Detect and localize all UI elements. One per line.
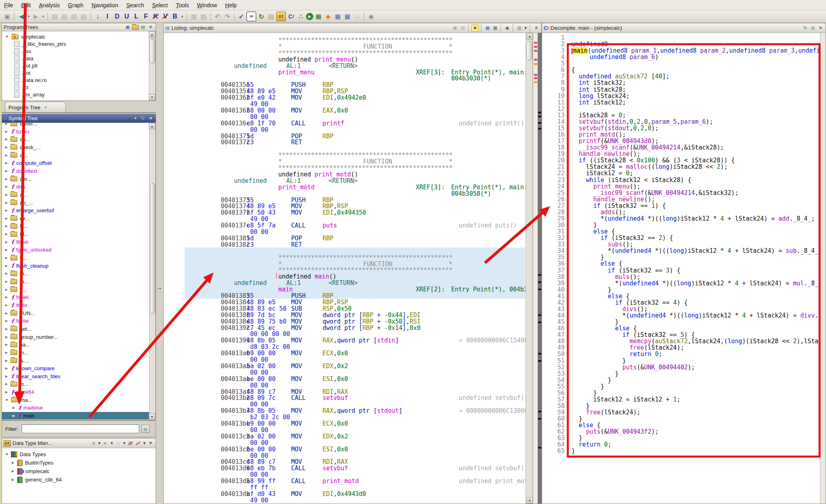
symbol-tree-item-fr[interactable]: ▶fr... bbox=[2, 286, 149, 293]
menu-item-graph[interactable]: Graph bbox=[64, 1, 88, 9]
listing-row[interactable]: 0040138748 83 ec 50SUBRSP,0x50 bbox=[164, 305, 526, 311]
symbol-tree-item-fc[interactable]: ▶fc... bbox=[2, 222, 149, 230]
archive-simplecalc[interactable]: ▶✓simplecalc bbox=[2, 467, 49, 475]
function-icon[interactable]: F bbox=[142, 12, 150, 21]
listing-row[interactable]: 49 00 bbox=[164, 215, 526, 222]
listing-row[interactable]: 00 00 bbox=[164, 113, 526, 120]
decompile-line[interactable]: 29 *(undefined4 *)((long)iStack12 * 4 + … bbox=[542, 215, 820, 222]
program-trees-open-folder-icon[interactable] bbox=[132, 24, 139, 31]
listing-row[interactable]: 0040137ce8 5f 7aCALLputsundefined puts() bbox=[164, 222, 526, 228]
archive-generic_clib_64[interactable]: ▶generic_clib_64 bbox=[2, 476, 62, 484]
listing-row[interactable]: 0040138b89 7d bcMOVdword ptr [RBP + -0x4… bbox=[164, 311, 526, 318]
decompile-line[interactable]: 11 int iStack12; bbox=[542, 99, 820, 106]
listing-row[interactable]: 004013d5e8 99 ffCALLprint_motdundefined … bbox=[164, 477, 526, 484]
listing-row[interactable]: 00401367b8 00 00MOVEAX,0x0 bbox=[164, 107, 526, 113]
listing-row[interactable]: 0040136ce8 1f 70CALLprintfundefined prin… bbox=[164, 120, 526, 126]
menu-item-navigation[interactable]: Navigation bbox=[88, 1, 122, 9]
decompile-line[interactable]: 10 long lStack24; bbox=[542, 92, 820, 99]
listing-row[interactable]: 004b3058(*) bbox=[164, 190, 526, 197]
decompile-line[interactable]: 49 free(lStack24); bbox=[542, 344, 820, 351]
data-type-tree[interactable]: ▼Data Types▶BuiltInTypes▶✓simplecalc▶gen… bbox=[2, 448, 156, 504]
menu-item-edit[interactable]: Edit bbox=[17, 1, 35, 9]
decompile-line[interactable]: 23 while (iStack12 < iStack28) { bbox=[542, 176, 820, 183]
symbol-tree-item-dcgettext[interactable]: ▶fdcgettext bbox=[2, 167, 149, 175]
dtm-close-icon[interactable]: ✕ bbox=[147, 440, 154, 447]
symbol-tree-item-computeoffset[interactable]: ▶fcompute_offset bbox=[2, 159, 149, 167]
decompile-line[interactable]: 63 } bbox=[542, 434, 820, 441]
symbol-tree-item-ftello[interactable]: ▶fftello bbox=[2, 301, 149, 309]
decompile-line[interactable]: 56 } bbox=[542, 389, 820, 396]
dtm-arrangement-caret-icon[interactable]: ▾ bbox=[122, 440, 126, 447]
decompile-line[interactable]: 51 } bbox=[542, 357, 820, 364]
menu-item-window[interactable]: Window bbox=[193, 1, 221, 9]
decompile-line[interactable]: 34 *(undefined4 *)((long)iStack12 * 4 + … bbox=[542, 247, 820, 254]
listing-row[interactable]: 49 00 bbox=[164, 497, 526, 503]
symbol-tree-item-cl[interactable]: ▶cl... bbox=[2, 152, 149, 159]
decompile-line[interactable]: 36 else { bbox=[542, 260, 820, 267]
decompile-line[interactable]: 19 handle_newline(); bbox=[542, 150, 820, 157]
decompile-line[interactable]: 41 else { bbox=[542, 293, 820, 299]
menu-item-analysis[interactable]: Analysis bbox=[35, 1, 64, 9]
decompile-line[interactable]: 40 } bbox=[542, 286, 820, 293]
listing-scrollbar[interactable]: ▲ ▼ bbox=[526, 33, 533, 504]
listing-row[interactable]: print_menuXREF[3]:Entry Point(*), main:0… bbox=[164, 69, 526, 75]
filter-options-icon[interactable]: ◎ bbox=[142, 425, 150, 433]
program-tree-section[interactable]: .got bbox=[2, 69, 31, 77]
decompile-line[interactable]: 38 muls(); bbox=[542, 273, 820, 280]
listing-row[interactable]: ****************************************… bbox=[164, 49, 526, 56]
listing-row[interactable]: 0040138448 89 e5MOVRBP,RSP bbox=[164, 299, 526, 305]
decompile-line[interactable]: 14 setvbuf(stdin,0,2,0,param_5,param_6); bbox=[542, 118, 820, 125]
listing-row[interactable]: mainXREF[2]:Entry Point(*), 004b3078(*) bbox=[164, 286, 526, 292]
tab-program-tree[interactable]: Program Tree × bbox=[5, 102, 66, 113]
listing-row[interactable]: 004013cd48 89 c7MOVRDI,RAX bbox=[164, 458, 526, 465]
dtm-panel-menu-caret-icon[interactable]: ▾ bbox=[142, 440, 146, 447]
symbol-tree-item-flushcleanup[interactable]: ▶fflush_cleanup bbox=[2, 262, 149, 270]
listing-row[interactable] bbox=[164, 145, 526, 152]
listing-row[interactable]: 00 00 bbox=[164, 369, 526, 375]
memory-out-icon[interactable]: ▤ bbox=[79, 12, 88, 21]
decompile-line[interactable]: 62 puts(&UNK_004943f2); bbox=[542, 428, 820, 435]
memory-up-icon[interactable]: ▤ bbox=[70, 12, 78, 21]
listing-row[interactable]: undefined print_menu() bbox=[164, 56, 526, 62]
listing-row[interactable]: ff ff bbox=[164, 484, 526, 490]
symbol-tree-item-der[interactable]: ▶der... bbox=[2, 175, 149, 183]
symbol-tree-item-fseek[interactable]: ▶ffseek bbox=[2, 293, 149, 301]
decompile-line[interactable]: 6{ bbox=[542, 66, 820, 73]
listing-row[interactable]: 00401362bf e0 42MOVEDI,0x4942e0 bbox=[164, 94, 526, 100]
symbol-tree-item-main[interactable]: ▶fmain bbox=[2, 412, 149, 420]
dtm-hide-builtin-icon[interactable]: ▤ bbox=[127, 440, 134, 447]
listing-row[interactable]: 004b3038(*) bbox=[164, 75, 526, 81]
symbol-tree-item-ma[interactable]: ▼ma... bbox=[2, 396, 149, 404]
decompile-line[interactable]: 55 } bbox=[542, 383, 820, 390]
listing-row[interactable]: b2 03 2c 00 bbox=[164, 414, 526, 420]
decompile-line[interactable]: 57 iStack12 = iStack12 + 1; bbox=[542, 396, 820, 403]
symbol-tree-item-linearsearchfdes[interactable]: ▶flinear_search_fdes bbox=[2, 373, 149, 380]
decompile-line[interactable]: 50 return 0; bbox=[542, 350, 820, 357]
symbol-tree-item-fgetsunlocked[interactable]: ▶ffgets_unlocked bbox=[2, 246, 149, 254]
decompile-line[interactable]: 46 else { bbox=[542, 325, 820, 332]
symbol-tree-icon[interactable]: ∴ bbox=[296, 12, 305, 21]
export-refresh-icon[interactable]: ↻ bbox=[257, 12, 266, 21]
decompile-line[interactable]: 13 iStack28 = 0; bbox=[542, 112, 820, 119]
listing-row[interactable]: 004013a0b9 00 00MOVECX,0x0 bbox=[164, 350, 526, 356]
symbol-tree-item-ex[interactable]: ▶ex... bbox=[2, 215, 149, 222]
decompile-line[interactable]: 37 if (iStack32 == 3) { bbox=[542, 267, 820, 274]
bookmark-icon[interactable]: B bbox=[171, 12, 179, 21]
tab-close-icon[interactable]: × bbox=[44, 105, 47, 110]
program-tree-section[interactable]: .data bbox=[2, 55, 33, 62]
decompile-line[interactable]: 20 if ((iStack28 < 0x100) && (3 < iStack… bbox=[542, 157, 820, 164]
listing-paste-icon[interactable]: ▤ bbox=[459, 25, 466, 31]
decompile-line[interactable]: 28 adds(); bbox=[542, 209, 820, 215]
listing-row[interactable]: 00 00 bbox=[164, 439, 526, 446]
symbol-tree-item-fflush[interactable]: ▶ffflush bbox=[2, 238, 149, 246]
data-types-icon[interactable]: DT bbox=[276, 12, 286, 21]
steps-icon[interactable]: ∴ bbox=[353, 12, 362, 21]
listing-row[interactable]: 0040135f48 89 e5MOVRBP,RSP bbox=[164, 88, 526, 94]
redo-icon[interactable]: ↷ bbox=[223, 12, 232, 21]
dtm-next-caret-icon[interactable]: ▾ bbox=[110, 440, 114, 447]
instruction-icon[interactable]: I bbox=[103, 12, 112, 21]
listing-row[interactable]: *FUNCTION* bbox=[164, 158, 526, 164]
listing-diff-view-icon[interactable]: ▦ bbox=[484, 25, 491, 31]
listing-row[interactable]: 004013c8be 00 00MOVESI,0x0 bbox=[164, 446, 526, 452]
table-icon[interactable]: ▦ bbox=[333, 12, 342, 21]
